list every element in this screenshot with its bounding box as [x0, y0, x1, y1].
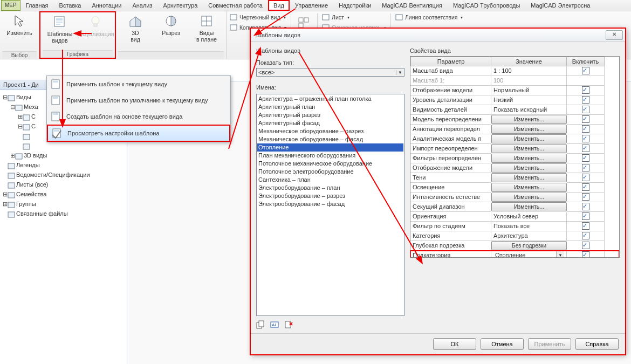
menu-magicad вентиляция[interactable]: MagiCAD Вентиляция: [376, 0, 448, 11]
cell-include[interactable]: [567, 144, 605, 154]
cell-value[interactable]: Архитектура: [491, 231, 567, 241]
checkbox[interactable]: [582, 86, 589, 94]
ribbon-sheet[interactable]: Лист▾: [322, 12, 386, 22]
tree-node[interactable]: Связанные файлы: [2, 209, 125, 218]
grid-row[interactable]: Глубокая подрезкаБез подрезки: [410, 241, 619, 251]
menu-главная[interactable]: Главная: [20, 0, 54, 11]
help-button[interactable]: Справка: [575, 338, 619, 350]
menu-управление[interactable]: Управление: [290, 0, 333, 11]
checkbox[interactable]: [582, 193, 589, 201]
cell-include[interactable]: [567, 173, 605, 183]
template-item[interactable]: Механическое оборудование – разрез: [257, 127, 403, 135]
grid-row[interactable]: Импорт переопределенИзменить...: [410, 144, 619, 154]
cell-include[interactable]: [567, 163, 605, 173]
rename-icon[interactable]: AI: [270, 320, 279, 329]
delete-icon[interactable]: [284, 320, 293, 329]
template-item[interactable]: Архитектурный разрез: [257, 111, 403, 119]
cell-value[interactable]: 1 : 100: [491, 66, 567, 76]
template-item[interactable]: План механического оборудования: [257, 152, 403, 160]
checkbox[interactable]: [582, 242, 589, 249]
templates-listbox[interactable]: Архитектура – отраженный план потолкаАрх…: [256, 94, 404, 316]
cell-include[interactable]: [567, 76, 605, 86]
menu-надстройки[interactable]: Надстройки: [333, 0, 376, 11]
tree-node[interactable]: Листы (все): [2, 180, 125, 189]
cell-value[interactable]: Изменить...: [491, 125, 567, 134]
menu-архитектура[interactable]: Архитектура: [158, 0, 203, 11]
ribbon-draft[interactable]: Чертежный вид▾: [230, 12, 286, 22]
checkbox[interactable]: [582, 115, 589, 123]
grid-row[interactable]: ПодкатегорияОтопление▼: [410, 251, 619, 258]
tree-node[interactable]: Легенды: [2, 160, 125, 170]
cell-include[interactable]: [567, 105, 605, 115]
modify-button[interactable]: Изменить: [2, 12, 37, 37]
ribbon-match[interactable]: Линия соответствия▾: [395, 12, 463, 22]
cell-value[interactable]: Изменить...: [491, 163, 567, 173]
close-icon[interactable]: ✕: [606, 30, 623, 40]
cell-include[interactable]: [567, 202, 605, 212]
template-item[interactable]: Отопление: [257, 143, 403, 152]
grid-row[interactable]: ОсвещениеИзменить...: [410, 183, 619, 193]
cell-include[interactable]: [567, 66, 605, 76]
checkbox[interactable]: [582, 135, 589, 142]
template-item[interactable]: Потолочное электрооборудование: [257, 168, 403, 176]
grid-row[interactable]: Секущий диапазонИзменить...: [410, 202, 619, 212]
cell-value[interactable]: Изменить...: [491, 173, 567, 182]
cell-include[interactable]: [567, 154, 605, 163]
menu-вид[interactable]: Вид: [268, 0, 290, 11]
ok-button[interactable]: ОК: [433, 338, 476, 350]
ctx-item-2[interactable]: Создать шаблон на основе текущего вида: [47, 108, 230, 125]
show-type-combo[interactable]: <все> ▼: [256, 68, 404, 77]
grid-row[interactable]: Масштаб 1:100: [410, 76, 619, 86]
cell-value[interactable]: Изменить...: [491, 154, 567, 163]
cell-include[interactable]: [567, 193, 605, 202]
checkbox[interactable]: [582, 212, 589, 220]
menu-совместная работа[interactable]: Совместная работа: [203, 0, 268, 11]
checkbox[interactable]: [582, 232, 589, 239]
cell-value[interactable]: Без подрезки: [491, 241, 567, 250]
grid-row[interactable]: Модель переопределениИзменить...: [410, 115, 619, 125]
cell-include[interactable]: [567, 134, 605, 144]
cell-value[interactable]: Изменить...: [491, 115, 567, 124]
cell-include[interactable]: [567, 241, 605, 251]
cell-value[interactable]: 100: [491, 76, 567, 86]
cell-include[interactable]: [567, 95, 605, 105]
tree-node[interactable]: ⊞3D виды: [2, 150, 125, 160]
checkbox[interactable]: [582, 154, 589, 162]
grid-row[interactable]: ТениИзменить...: [410, 173, 619, 183]
template-item[interactable]: Архитектурный план: [257, 103, 403, 111]
grid-row[interactable]: КатегорияАрхитектура: [410, 231, 619, 241]
checkbox[interactable]: [582, 96, 589, 104]
template-item[interactable]: Потолочное механическое оборудование: [257, 160, 403, 168]
cell-value[interactable]: Изменить...: [491, 144, 567, 153]
cell-include[interactable]: [567, 183, 605, 193]
menu-magicad электросна[interactable]: MagiCAD Электросна: [525, 0, 595, 11]
menu-mep[interactable]: MEP: [1, 0, 20, 11]
menu-анализ[interactable]: Анализ: [127, 0, 157, 11]
grid-row[interactable]: Интенсивность естествеИзменить...: [410, 193, 619, 202]
ctx-item-3[interactable]: Просмотреть настройки шаблона: [47, 125, 230, 142]
cell-include[interactable]: [567, 86, 605, 95]
menu-magicad трубопроводы[interactable]: MagiCAD Трубопроводы: [448, 0, 525, 11]
cell-value[interactable]: Изменить...: [491, 193, 567, 202]
apply-button[interactable]: Применить: [528, 338, 571, 350]
tree-node[interactable]: Ведомости/Спецификации: [2, 170, 125, 180]
grid-row[interactable]: Фильтр по стадиямПоказать все: [410, 222, 619, 231]
template-item[interactable]: Архитектура – отраженный план потолка: [257, 95, 403, 103]
menu-аннотации[interactable]: Аннотации: [86, 0, 127, 11]
cell-value[interactable]: Изменить...: [491, 183, 567, 192]
checkbox[interactable]: [582, 203, 589, 210]
checkbox[interactable]: [582, 251, 589, 258]
view-templates-button[interactable]: Шаблоны видов: [43, 13, 77, 45]
checkbox[interactable]: [582, 174, 589, 181]
cell-value[interactable]: Нормальный: [491, 86, 567, 95]
3d-view-button[interactable]: 3D вид: [118, 12, 153, 44]
checkbox[interactable]: [582, 183, 589, 191]
visualization-button[interactable]: Визуализация: [78, 13, 113, 38]
checkbox[interactable]: [582, 145, 589, 152]
grid-row[interactable]: Уровень детализацииНизкий: [410, 95, 619, 105]
template-item[interactable]: Архитектурный фасад: [257, 119, 403, 127]
grid-row[interactable]: Фильтры переопределенИзменить...: [410, 154, 619, 163]
grid-row[interactable]: ОриентацияУсловный север: [410, 212, 619, 222]
checkbox[interactable]: [582, 164, 589, 171]
ctx-item-0[interactable]: Применить шаблон к текущему виду: [47, 76, 230, 92]
